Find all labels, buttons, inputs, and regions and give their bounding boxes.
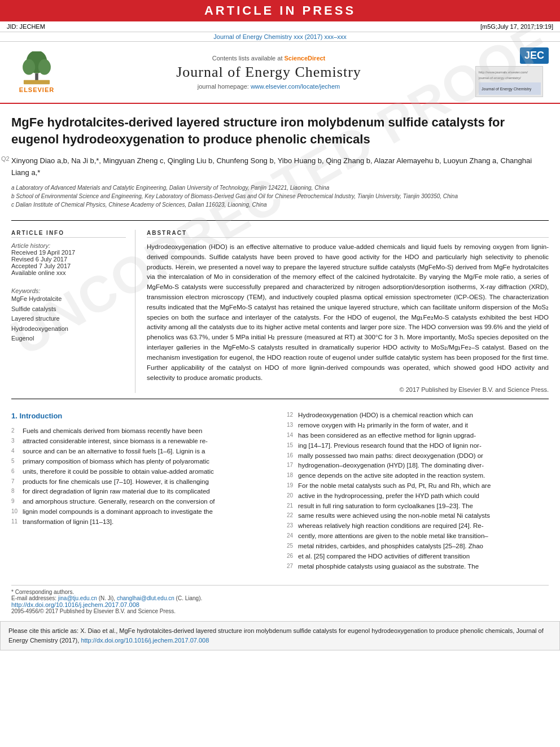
- elsevier-text: ELSEVIER: [19, 86, 54, 93]
- homepage-link[interactable]: www.elsevier.com/locate/jechem: [251, 83, 340, 90]
- line-num-20: 20: [287, 491, 298, 500]
- affiliation-b: b School of Environmental Science and En…: [11, 192, 549, 200]
- email2-link[interactable]: changlhai@dlut.edu.cn: [117, 595, 174, 601]
- intro-paragraph-left: 2Fuels and chemicals derived from biomas…: [11, 426, 273, 527]
- sciencedirect-line: Contents lists available at ScienceDirec…: [68, 55, 470, 62]
- abstract-col: ABSTRACT Hydrodeoxygenation (HDO) is an …: [147, 230, 549, 393]
- email1-link[interactable]: jina@tju.edu.cn: [58, 595, 97, 601]
- affiliations: a Laboratory of Advanced Materials and C…: [11, 184, 549, 209]
- line-num-11: 11: [11, 517, 23, 526]
- intro-right-col: 12Hydrodeoxygenation (HDO) is a chemical…: [287, 410, 549, 576]
- line-num-12: 12: [287, 410, 298, 420]
- line-num-2: 2: [11, 426, 23, 435]
- elsevier-logo: ELSEVIER: [11, 51, 62, 93]
- svg-text:journal-of-energy-chemistry/: journal-of-energy-chemistry/: [478, 76, 521, 80]
- abstract-label: ABSTRACT: [147, 230, 549, 238]
- line-num-21: 21: [287, 501, 298, 510]
- line-num-18: 18: [287, 471, 298, 480]
- authors-line: Xinyong Diao a,b, Na Ji b,*, Mingyuan Zh…: [11, 155, 549, 179]
- title-divider: [11, 220, 549, 221]
- keyword-2: Sulfide catalysts: [11, 304, 126, 314]
- svg-text:http://www.journals.elsevier.c: http://www.journals.elsevier.com/: [479, 71, 528, 74]
- line-num-26: 26: [287, 552, 298, 561]
- abstract-text: Hydrodeoxygenation (HDO) is an effective…: [147, 242, 549, 383]
- line-num-9: 9: [11, 497, 23, 506]
- jid-label: JID: JECHEM: [7, 23, 45, 30]
- keyword-4: Hydrodeoxygenation: [11, 324, 126, 334]
- svg-point-3: [38, 59, 51, 75]
- line-num-6: 6: [11, 467, 23, 476]
- homepage-line: journal homepage: www.elsevier.com/locat…: [68, 83, 470, 90]
- svg-text:Journal of Energy Chemistry: Journal of Energy Chemistry: [482, 87, 532, 91]
- journal-title: Journal of Energy Chemistry: [68, 64, 470, 81]
- page-content: UNCORRECTED PROOF MgFe hydrotalcites-der…: [0, 104, 560, 614]
- line-num-19: 19: [287, 481, 298, 490]
- line-num-5: 5: [11, 457, 23, 466]
- line-num-27: 27: [287, 562, 298, 571]
- q2-marker: Q2: [1, 155, 10, 162]
- affiliation-a: a Laboratory of Advanced Materials and C…: [11, 184, 549, 192]
- intro-left-col: 1. Introduction 2Fuels and chemicals der…: [11, 410, 273, 576]
- line-num-10: 10: [11, 507, 23, 516]
- line-num-24: 24: [287, 531, 298, 540]
- intro-paragraph-right: 12Hydrodeoxygenation (HDO) is a chemical…: [287, 410, 549, 571]
- keywords-section: Keywords: MgFe Hydrotalcite Sulfide cata…: [11, 287, 126, 344]
- line-num-14: 14: [287, 431, 298, 440]
- citation-link[interactable]: http://dx.doi.org/10.1016/j.jechem.2017.…: [81, 637, 209, 644]
- jec-logo-box: JEC http://www.journals.elsevier.com/ jo…: [475, 47, 549, 97]
- line-num-13: 13: [287, 421, 298, 430]
- abstract-divider: [11, 399, 549, 399]
- sciencedirect-link[interactable]: ScienceDirect: [285, 55, 326, 62]
- intro-two-col: 1. Introduction 2Fuels and chemicals der…: [11, 410, 549, 576]
- affiliation-c: c Dalian Institute of Chemical Physics, …: [11, 200, 549, 209]
- keyword-1: MgFe Hydrotalcite: [11, 294, 126, 304]
- jec-badge: JEC: [520, 47, 549, 64]
- article-title: MgFe hydrotalcites-derived layered struc…: [11, 114, 549, 147]
- issn-line: 2095-4956/© 2017 Published by Elsevier B…: [11, 608, 549, 614]
- journal-ref-line: Journal of Energy Chemistry xxx (2017) x…: [0, 32, 560, 42]
- svg-point-2: [23, 59, 35, 75]
- introduction-section: 1. Introduction 2Fuels and chemicals der…: [11, 410, 549, 576]
- corresponding-note: * Corresponding authors.: [11, 589, 549, 595]
- authors-wrapper: Q2 Xinyong Diao a,b, Na Ji b,*, Mingyuan…: [11, 155, 549, 179]
- intro-heading: 1. Introduction: [11, 410, 273, 422]
- keyword-5: Eugenol: [11, 334, 126, 344]
- line-num-4: 4: [11, 447, 23, 456]
- line-num-15: 15: [287, 441, 298, 450]
- jec-journal-image: http://www.journals.elsevier.com/ journa…: [475, 66, 543, 97]
- line-num-7: 7: [11, 477, 23, 486]
- doi-line[interactable]: http://dx.doi.org/10.1016/j.jechem.2017.…: [11, 601, 549, 608]
- line-num-22: 22: [287, 511, 298, 520]
- line-num-8: 8: [11, 487, 23, 496]
- line-num-17: 17: [287, 461, 298, 470]
- meta-info: [m5G;July 17, 2017;19:19]: [480, 23, 553, 30]
- article-info-label: ARTICLE INFO: [11, 230, 126, 238]
- line-num-23: 23: [287, 521, 298, 530]
- copyright-line: © 2017 Published by Elsevier B.V. and Sc…: [147, 386, 549, 393]
- line-num-16: 16: [287, 451, 298, 460]
- journal-center: Contents lists available at ScienceDirec…: [68, 55, 470, 90]
- citation-box: Please cite this article as: X. Diao et …: [0, 621, 560, 650]
- footer-note: * Corresponding authors. E-mail addresse…: [11, 585, 549, 614]
- line-num-3: 3: [11, 436, 23, 445]
- article-info-col: ARTICLE INFO Article history: Received 1…: [11, 230, 135, 393]
- journal-ref-text: Journal of Energy Chemistry xxx (2017) x…: [213, 33, 346, 40]
- jid-bar: JID: JECHEM [m5G;July 17, 2017;19:19]: [0, 21, 560, 32]
- article-in-press-banner: ARTICLE IN PRESS: [0, 0, 560, 21]
- article-title-section: MgFe hydrotalcites-derived layered struc…: [11, 104, 549, 215]
- email-line: E-mail addresses: jina@tju.edu.cn (N. Ji…: [11, 595, 549, 601]
- keywords-list: MgFe Hydrotalcite Sulfide catalysts Laye…: [11, 294, 126, 344]
- article-history: Article history: Received 19 April 2017 …: [11, 242, 126, 276]
- line-num-25: 25: [287, 541, 298, 551]
- journal-header: ELSEVIER Contents lists available at Sci…: [0, 42, 560, 104]
- article-info-abstract: ARTICLE INFO Article history: Received 1…: [11, 230, 549, 393]
- svg-rect-4: [24, 80, 50, 84]
- keyword-3: Layered structure: [11, 314, 126, 324]
